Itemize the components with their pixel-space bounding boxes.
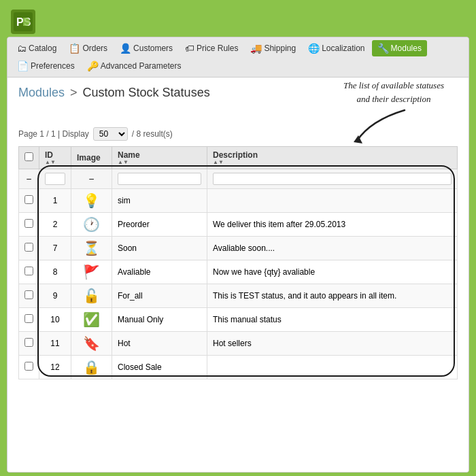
filter-desc-cell (207, 169, 458, 189)
row-checkbox[interactable] (24, 290, 33, 299)
row-image: 🕐 (71, 213, 112, 237)
row-checkbox-cell (19, 356, 39, 379)
annotation: The list of available statuses and their… (343, 79, 444, 148)
row-description (207, 189, 458, 213)
row-id: 2 (39, 213, 71, 237)
logo-icon: PS (11, 10, 35, 34)
row-description: Hot sellers (207, 332, 458, 356)
table-row: 1 💡 sim (19, 189, 458, 213)
status-icon: 🚩 (77, 264, 106, 280)
row-image: 🔓 (71, 284, 112, 308)
status-icon: 🔒 (77, 359, 106, 375)
row-image: ⏳ (71, 237, 112, 260)
status-icon: 🕐 (77, 216, 106, 233)
row-name: Soon (112, 237, 207, 260)
row-id: 7 (39, 237, 71, 260)
nav-catalog[interactable]: 🗂 Catalog (12, 40, 62, 56)
nav-advanced-params[interactable]: 🔑 Advanced Parameters (82, 58, 187, 74)
header-id: ID ▲▼ (39, 147, 71, 169)
row-checkbox-cell (19, 213, 39, 237)
outer-wrapper: PS 🗂 Catalog 📋 Orders 👤 Customers 🏷 Pric… (0, 0, 476, 476)
status-icon: 🔓 (77, 288, 106, 304)
header-image: Image (71, 147, 112, 169)
row-checkbox-cell (19, 237, 39, 260)
page-info: Page 1 / 1 | Display (18, 129, 89, 139)
display-select[interactable]: 50 100 (93, 127, 128, 141)
row-name: Preorder (112, 213, 207, 237)
top-nav: 🗂 Catalog 📋 Orders 👤 Customers 🏷 Price R… (7, 37, 469, 78)
row-id: 9 (39, 284, 71, 308)
row-description: Now we have {qty} avaliable (207, 260, 458, 284)
filter-checkbox-cell: – (19, 169, 39, 189)
row-id: 1 (39, 189, 71, 213)
breadcrumb-parent[interactable]: Modules (18, 86, 65, 100)
table-row: 2 🕐 Preorder We deliver this item after … (19, 213, 458, 237)
row-image: 💡 (71, 189, 112, 213)
row-checkbox[interactable] (24, 195, 33, 204)
name-sort[interactable]: ▲▼ (118, 160, 201, 165)
row-checkbox[interactable] (24, 219, 33, 228)
status-icon: ✅ (77, 311, 106, 328)
filter-name-cell (112, 169, 207, 189)
row-id: 12 (39, 356, 71, 379)
filter-id-cell (39, 169, 71, 189)
nav-localization[interactable]: 🌐 Localization (303, 40, 370, 56)
nav-price-rules[interactable]: 🏷 Price Rules (180, 40, 243, 56)
nav-shipping[interactable]: 🚚 Shipping (245, 40, 301, 56)
row-checkbox[interactable] (24, 314, 33, 323)
select-all-checkbox[interactable] (24, 152, 33, 161)
header-name: Name ▲▼ (112, 147, 207, 169)
table-row: 7 ⏳ Soon Avaliable soon.... (19, 237, 458, 260)
nav-preferences[interactable]: 📄 Preferences (12, 58, 80, 74)
modules-icon: 🔧 (377, 43, 389, 54)
row-checkbox-cell (19, 308, 39, 332)
row-name: Closed Sale (112, 356, 207, 379)
table-row: 8 🚩 Avaliable Now we have {qty} avaliabl… (19, 260, 458, 284)
row-name: sim (112, 189, 207, 213)
row-id: 10 (39, 308, 71, 332)
row-image: 🔒 (71, 356, 112, 379)
breadcrumb-separator: > (70, 86, 78, 100)
annotation-arrow (343, 107, 425, 148)
advanced-params-icon: 🔑 (87, 61, 99, 71)
nav-modules[interactable]: 🔧 Modules (372, 40, 427, 56)
table-row: 10 ✅ Manual Only This manual status (19, 308, 458, 332)
filter-image-cell: – (71, 169, 112, 189)
row-description: This manual status (207, 308, 458, 332)
id-sort[interactable]: ▲▼ (45, 160, 65, 165)
row-checkbox-cell (19, 260, 39, 284)
row-image: 🚩 (71, 260, 112, 284)
header-checkbox-col (19, 147, 39, 169)
row-checkbox[interactable] (24, 243, 33, 252)
table-row: 9 🔓 For_all This is TEST status, and it … (19, 284, 458, 308)
row-checkbox[interactable] (24, 338, 33, 347)
row-description: We deliver this item after 29.05.2013 (207, 213, 458, 237)
row-checkbox[interactable] (24, 267, 33, 275)
orders-icon: 📋 (69, 43, 80, 54)
localization-icon: 🌐 (308, 43, 320, 54)
row-checkbox-cell (19, 332, 39, 356)
table-row: 11 🔖 Hot Hot sellers (19, 332, 458, 356)
price-rules-icon: 🏷 (185, 43, 194, 54)
table-row: 12 🔒 Closed Sale (19, 356, 458, 379)
filter-desc-input[interactable] (213, 173, 452, 185)
desc-sort[interactable]: ▲▼ (213, 160, 452, 165)
row-image: ✅ (71, 308, 112, 332)
shipping-icon: 🚚 (250, 43, 262, 54)
result-info: / 8 result(s) (132, 129, 173, 139)
row-description: This is TEST status, and it auto appears… (207, 284, 458, 308)
row-checkbox[interactable] (24, 362, 33, 371)
row-name: Avaliable (112, 260, 207, 284)
status-icon: ⏳ (77, 240, 106, 256)
row-name: Manual Only (112, 308, 207, 332)
row-id: 11 (39, 332, 71, 356)
filter-name-input[interactable] (118, 173, 201, 185)
nav-customers[interactable]: 👤 Customers (114, 40, 178, 56)
data-table: ID ▲▼ Image Name ▲▼ Descriptio (18, 146, 458, 379)
breadcrumb-current: Custom Stock Statuses (83, 86, 210, 100)
filter-id-input[interactable] (45, 173, 65, 185)
logo-bar: PS (7, 7, 469, 37)
row-name: For_all (112, 284, 207, 308)
nav-orders[interactable]: 📋 Orders (63, 40, 113, 56)
row-image: 🔖 (71, 332, 112, 356)
